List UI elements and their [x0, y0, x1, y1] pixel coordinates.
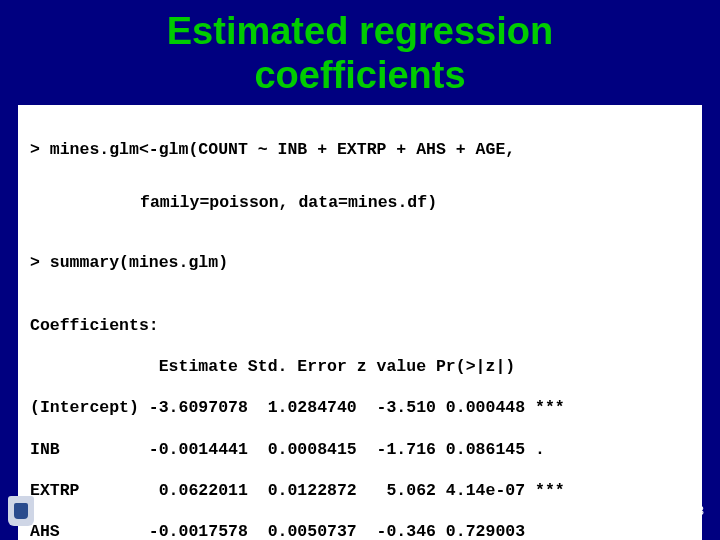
crest-icon [8, 496, 34, 526]
slide-title: Estimated regression coefficients [0, 0, 720, 105]
coef-row: INB -0.0014441 0.0008415 -1.716 0.086145… [30, 440, 690, 461]
column-headers: Estimate Std. Error z value Pr(>|z|) [30, 357, 690, 378]
slide-number: STATS 330 Lecture 26: Slide 13 [534, 504, 704, 518]
title-line2: coefficients [254, 54, 465, 96]
coef-row: (Intercept) -3.6097078 1.0284740 -3.510 … [30, 398, 690, 419]
summary-command: > summary(mines.glm) [30, 253, 690, 274]
footer-left: © Department of Statistics 2012 [8, 496, 212, 526]
copyright: © Department of Statistics 2012 [42, 504, 212, 518]
code-block: > mines.glm<-glm(COUNT ~ INB + EXTRP + A… [18, 105, 702, 540]
command-line-1: > mines.glm<-glm(COUNT ~ INB + EXTRP + A… [30, 140, 690, 161]
footer: © Department of Statistics 2012 STATS 33… [0, 496, 720, 526]
title-line1: Estimated regression [167, 10, 553, 52]
command-line-2: family=poisson, data=mines.df) [140, 193, 690, 214]
coef-header: Coefficients: [30, 316, 690, 337]
